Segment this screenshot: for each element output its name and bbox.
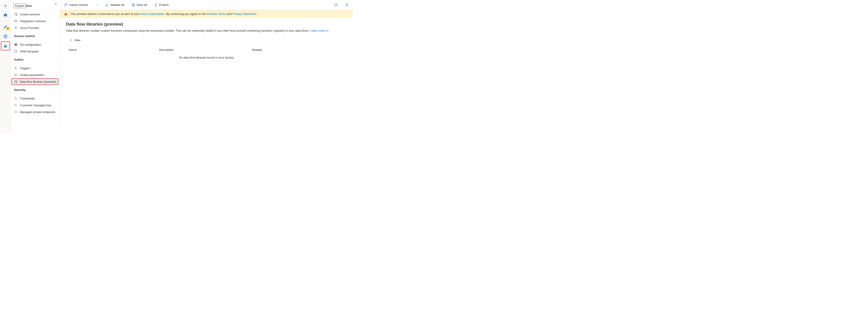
svg-point-16 [65,4,66,4]
sidebar-item-label: Customer managed key [20,103,51,107]
collapse-sidebar-button[interactable] [54,1,58,6]
sidebar-group-security: Security Credentials Customer managed ke… [11,87,60,115]
nav-author[interactable]: 1 [1,22,10,31]
plus-icon: ＋ [69,38,73,42]
sidebar-item-data-flow-libraries[interactable]: Data flow libraries (preview) [11,78,59,85]
learn-more-link[interactable]: Learn more [310,29,329,32]
new-button[interactable]: ＋ New [67,36,82,44]
refresh-button[interactable] [333,2,339,8]
settings-sidebar: Connections Linked services Integration … [11,0,60,133]
sidebar-item-label: Managed private endpoints [20,110,55,114]
toolbar: master branch Validate all Save all Publ… [60,0,352,10]
toolbar-button-label: Publish [159,3,169,6]
sidebar-item-managed-private-endpoints[interactable]: Managed private endpoints [11,109,60,115]
banner-link-subscription[interactable]: Azure subscription [141,12,164,16]
linked-services-icon [14,12,18,16]
integration-runtimes-icon [14,19,18,23]
banner-text: This preview feature is licensed to you … [70,12,257,16]
branch-icon [64,3,68,7]
sidebar-item-global-parameters[interactable]: Global parameters [11,71,60,78]
expand-tooltip: Expand [13,4,26,8]
sidebar-item-label: Global parameters [20,73,44,77]
svg-point-17 [65,5,66,6]
sidebar-item-azure-purview[interactable]: Azure Purview [11,24,60,31]
sidebar-item-label: ARM template [20,50,38,53]
svg-point-8 [16,27,16,28]
branch-picker[interactable]: master branch [63,2,99,8]
publish-button[interactable]: Publish [153,2,170,8]
trash-icon [345,3,348,7]
purview-icon [14,26,18,30]
key-icon [14,103,18,107]
gauge-icon [3,34,8,39]
validate-all-button[interactable]: Validate all [104,2,126,8]
svg-rect-19 [133,4,134,4]
trigger-icon [14,66,18,70]
svg-point-4 [15,13,17,14]
sidebar-group-title: Source control [11,33,60,39]
credentials-icon [14,96,18,100]
chevron-double-left-icon [55,2,57,5]
column-header-name[interactable]: Name [69,48,159,52]
sidebar-divider [14,39,57,40]
sidebar-group-author: Author Triggers Global parameters Data f… [11,57,60,85]
svg-point-10 [16,45,16,45]
sidebar-group-title: Author [11,57,60,63]
main-area: master branch Validate all Save all Publ… [60,0,352,133]
svg-point-9 [16,44,16,44]
chevron-down-icon [96,4,98,6]
author-badge: 1 [6,27,9,30]
publish-icon [154,3,158,7]
sidebar-item-label: Data flow libraries (preview) [20,80,56,84]
external-link-icon [326,29,329,32]
preview-banner: This preview feature is licensed to you … [60,10,352,18]
svg-point-14 [15,97,16,98]
sidebar-item-label: Integration runtimes [20,20,46,23]
page-title: Data flow libraries (preview) [66,22,347,27]
refresh-icon [334,3,338,7]
sidebar-item-label: Azure Purview [20,26,39,30]
sidebar-item-integration-runtimes[interactable]: Integration runtimes [11,18,60,24]
sidebar-item-customer-managed-key[interactable]: Customer managed key [11,102,60,109]
content: Data flow libraries (preview) Data flow … [60,18,352,66]
parameters-icon [14,73,18,77]
toolbar-button-label: Save all [136,3,147,6]
libraries-table: Name Description Related No data flow li… [66,46,347,62]
svg-point-2 [5,36,6,37]
nav-rail: Expand 1 [0,0,11,133]
table-empty-state: No data flow libraries found in your fac… [66,54,347,61]
column-header-related[interactable]: Related [252,48,344,52]
library-icon [14,80,18,84]
table-header: Name Description Related [66,47,347,54]
sidebar-item-label: Git configuration [20,43,41,47]
branch-label: master branch [69,3,88,6]
sidebar-item-credentials[interactable]: Credentials [11,95,60,102]
validate-icon [105,3,109,7]
git-icon [14,43,18,47]
sidebar-item-label: Triggers [20,66,31,70]
sidebar-item-linked-services[interactable]: Linked services [11,11,60,18]
new-button-label: New [74,38,81,42]
toolbox-icon [3,44,7,48]
page-description: Data flow libraries contain custom funct… [66,29,347,32]
save-all-button[interactable]: Save all [130,2,148,8]
banner-link-privacy[interactable]: Privacy Statement [232,12,256,16]
cloud-lock-icon [14,110,18,114]
sidebar-item-triggers[interactable]: Triggers [11,65,60,71]
nav-manage[interactable] [1,41,10,51]
sidebar-divider [14,93,57,94]
svg-rect-20 [133,5,134,6]
column-header-description[interactable]: Description [159,48,252,52]
sidebar-item-git-configuration[interactable]: Git configuration [11,41,60,48]
expand-rail-button[interactable] [1,2,10,10]
warning-icon [64,12,68,16]
sidebar-item-label: Linked services [20,13,40,16]
toolbar-button-label: Validate all [110,3,124,6]
sidebar-item-arm-template[interactable]: ARM template [11,48,60,55]
arm-template-icon [14,50,18,53]
nav-monitor[interactable] [1,32,10,41]
delete-button[interactable] [344,2,350,8]
nav-home[interactable] [1,10,10,20]
sidebar-group-source-control: Source control Git configuration ARM tem… [11,33,60,55]
banner-link-preview-terms[interactable]: Preview Terms [207,12,226,16]
